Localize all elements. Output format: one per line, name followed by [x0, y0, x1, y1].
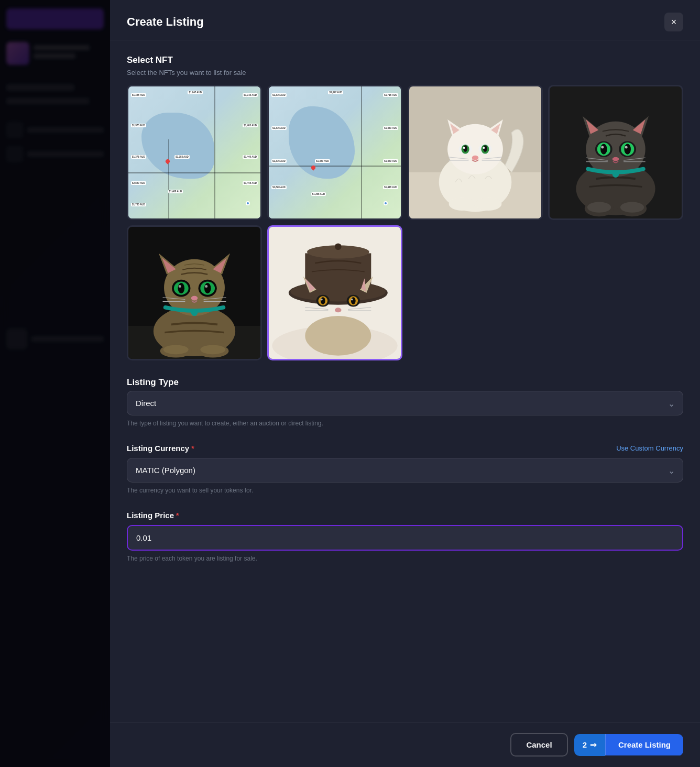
modal-header: Create Listing ×	[110, 0, 700, 40]
svg-point-38	[612, 157, 619, 161]
map-road-2	[214, 86, 215, 218]
svg-point-15	[483, 147, 485, 149]
pt-2-2: $1,647 AUD	[328, 91, 343, 94]
create-listing-count: 2	[583, 740, 587, 749]
nft-item-3-inner	[409, 86, 541, 218]
create-listing-main-button[interactable]: Create Listing	[605, 734, 683, 755]
price-tag-2: $1,647 AUD	[188, 91, 203, 94]
modal-title: Create Listing	[127, 15, 204, 29]
dark-tabby-svg	[550, 86, 682, 218]
svg-point-92	[335, 308, 342, 312]
svg-point-69	[191, 310, 198, 316]
svg-point-22	[475, 198, 501, 211]
price-tag-4: $1,375 AUD	[131, 124, 146, 127]
svg-point-72	[163, 345, 189, 355]
price-tag-7: $1,383 AUD	[174, 155, 190, 159]
select-nft-title: Select NFT	[127, 55, 683, 65]
nft-item-6-inner	[269, 227, 401, 359]
modal-close-button[interactable]: ×	[664, 13, 683, 31]
nft-item-5[interactable]	[127, 225, 262, 360]
nft-grid: $1,328 AUD $1,647 AUD $1,715 AUD $1,375 …	[127, 85, 683, 360]
nft-item-3[interactable]	[408, 85, 543, 220]
map-nft-1: $1,328 AUD $1,647 AUD $1,715 AUD $1,375 …	[128, 86, 260, 218]
use-custom-currency-link[interactable]: Use Custom Currency	[616, 444, 683, 452]
price-tag-1: $1,328 AUD	[131, 93, 146, 97]
svg-point-46	[587, 202, 611, 213]
hat-cat-svg	[269, 227, 401, 359]
svg-point-14	[463, 147, 465, 149]
listing-currency-required: *	[191, 444, 194, 453]
price-tag-10: $1,468 AUD	[168, 190, 183, 193]
price-tag-8: $1,449 AUD	[243, 155, 258, 159]
nft-item-1[interactable]: $1,328 AUD $1,647 AUD $1,715 AUD $1,375 …	[127, 85, 262, 220]
listing-currency-select[interactable]: MATIC (Polygon) ETH (Ethereum) USDC USDT	[127, 458, 683, 483]
map-road-1	[128, 172, 260, 173]
pt-2-5: $1,463 AUD	[383, 126, 398, 130]
nft-item-4[interactable]	[548, 85, 683, 220]
price-tag-11: $1,448 AUD	[243, 181, 258, 185]
svg-point-36	[601, 146, 604, 148]
svg-point-61	[204, 283, 211, 293]
pt-2-9: $1,820 AUD	[271, 185, 287, 189]
svg-point-16	[472, 156, 479, 160]
svg-point-35	[624, 144, 631, 155]
nft-item-2[interactable]: $1,375 AUD $1,647 AUD $1,715 AUD $1,375 …	[267, 85, 402, 220]
modal-footer: Cancel 2 ⇒ Create Listing	[110, 722, 700, 767]
listing-currency-hint: The currency you want to sell your token…	[127, 487, 683, 494]
pt-2-7: $1,383 AUD	[315, 159, 330, 163]
pt-2-1: $1,375 AUD	[271, 93, 287, 97]
listing-type-title: Listing Type	[127, 377, 683, 388]
nft-item-4-inner	[550, 86, 682, 218]
listing-currency-label-left: Listing Currency *	[127, 444, 194, 453]
svg-point-88	[321, 297, 325, 304]
map-pin-blue-1	[246, 201, 250, 205]
pt-2-3: $1,715 AUD	[383, 93, 398, 97]
listing-price-label-left: Listing Price *	[127, 511, 179, 520]
listing-currency-label-row: Listing Currency * Use Custom Currency	[127, 444, 683, 453]
map-road-2b	[361, 86, 362, 218]
create-listing-modal: Create Listing × Select NFT Select the N…	[110, 0, 700, 767]
map-road-2a	[269, 166, 401, 167]
pt-2-11: $1,448 AUD	[383, 185, 398, 189]
listing-price-label: Listing Price	[127, 511, 174, 520]
svg-point-43	[612, 171, 619, 178]
cancel-button[interactable]: Cancel	[510, 733, 567, 757]
listing-price-input[interactable]	[127, 525, 683, 551]
light-tabby-svg	[128, 227, 260, 359]
listing-price-label-row: Listing Price *	[127, 511, 683, 520]
nft-item-2-inner: $1,375 AUD $1,647 AUD $1,715 AUD $1,375 …	[269, 86, 401, 218]
svg-point-73	[200, 345, 225, 355]
svg-point-47	[620, 202, 644, 213]
listing-type-select[interactable]: Direct Auction	[127, 391, 683, 415]
price-tag-3: $1,715 AUD	[243, 93, 258, 97]
create-listing-button-group[interactable]: 2 ⇒ Create Listing	[574, 734, 683, 756]
arrow-right-icon: ⇒	[590, 740, 597, 750]
nft-item-1-inner: $1,328 AUD $1,647 AUD $1,715 AUD $1,375 …	[128, 86, 260, 218]
pt-2-6: $1,375 AUD	[271, 159, 287, 163]
listing-price-hint: The price of each token you are listing …	[127, 555, 683, 562]
price-tag-9: $2,820 AUD	[131, 181, 146, 185]
svg-point-63	[205, 285, 207, 288]
create-listing-badge[interactable]: 2 ⇒	[574, 734, 605, 756]
map-nft-2: $1,375 AUD $1,647 AUD $1,715 AUD $1,375 …	[269, 86, 401, 218]
price-tag-5: $1,463 AUD	[243, 124, 258, 127]
price-tag-6: $1,375 AUD	[131, 155, 146, 159]
svg-point-83	[335, 244, 342, 250]
svg-point-60	[178, 283, 185, 293]
map-pin-blue-2	[384, 201, 388, 205]
pt-2-10: $1,368 AUD	[311, 192, 326, 196]
nft-item-5-inner	[128, 227, 260, 359]
listing-price-section: Listing Price * The price of each token …	[127, 511, 683, 562]
price-tag-12: $1,730 AUD	[131, 203, 146, 206]
svg-point-91	[351, 299, 353, 301]
svg-point-76	[305, 316, 371, 356]
nft-item-6[interactable]	[267, 225, 402, 360]
listing-type-section: Listing Type Direct Auction ⌄ The type o…	[127, 377, 683, 427]
pt-2-4: $1,375 AUD	[271, 126, 287, 130]
close-icon: ×	[671, 17, 677, 28]
listing-currency-label: Listing Currency	[127, 444, 189, 453]
map-road-3	[168, 139, 169, 218]
svg-point-21	[449, 198, 475, 211]
white-kitten-svg	[409, 86, 541, 218]
svg-point-64	[191, 296, 198, 301]
